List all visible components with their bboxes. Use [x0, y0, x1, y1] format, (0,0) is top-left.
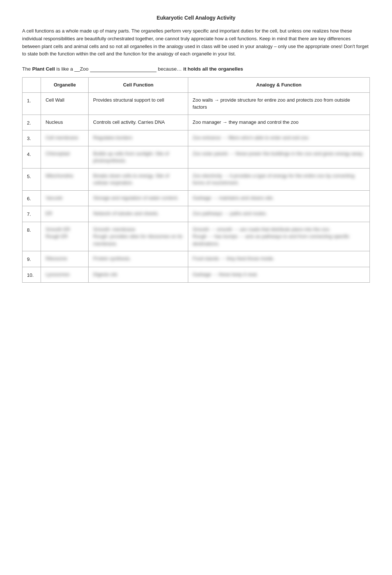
- row-organelle: Chloroplast: [41, 146, 89, 168]
- table-row: 5.MitochondriaBreaks down cells to energ…: [23, 168, 370, 190]
- row-function: Builds up cells from sunlight. Site of p…: [89, 146, 188, 168]
- row-number: 10.: [23, 267, 41, 283]
- row-number: 5.: [23, 168, 41, 190]
- row-analogy: Smooth → smooth → are roads that distrib…: [188, 222, 369, 251]
- col-header-analogy: Analogy & Function: [188, 78, 369, 93]
- row-function: Smooth: membraneRough: provides sites fo…: [89, 222, 188, 251]
- row-analogy: Zoo solar panels → these power the build…: [188, 146, 369, 168]
- row-analogy: Zoo manager → they manage and control th…: [188, 115, 369, 130]
- row-function: Breaks down cells to energy. Site of cel…: [89, 168, 188, 190]
- row-organelle: Ribosome: [41, 251, 89, 267]
- row-analogy: Garbage → maintains and cleans site.: [188, 190, 369, 206]
- intro-paragraph: A cell functions as a whole made up of m…: [22, 27, 370, 58]
- analogy-prefix: The: [22, 66, 31, 72]
- row-analogy: Zoo pathways → paths and routes.: [188, 206, 369, 222]
- row-number: 4.: [23, 146, 41, 168]
- table-row: 10.LysosomesDigests old.Garbage → these …: [23, 267, 370, 283]
- row-organelle: Lysosomes: [41, 267, 89, 283]
- row-function: Storage and regulation of water content.: [89, 190, 188, 206]
- row-function: Protein synthesis.: [89, 251, 188, 267]
- analogy-fill-underline: [90, 66, 157, 72]
- col-header-number: [23, 78, 41, 93]
- row-function: Network of tubules and sheets.: [89, 206, 188, 222]
- row-function: Provides structural support to cell: [89, 92, 188, 115]
- row-number: 1.: [23, 92, 41, 115]
- analogy-line: The Plant Cell is like a __Zoo because… …: [22, 66, 370, 72]
- row-number: 9.: [23, 251, 41, 267]
- table-row: 4.ChloroplastBuilds up cells from sunlig…: [23, 146, 370, 168]
- row-organelle: Vacuole: [41, 190, 89, 206]
- row-function: Controls cell activity. Carries DNA: [89, 115, 188, 130]
- col-header-organelle: Organelle: [41, 78, 89, 93]
- table-header-row: Organelle Cell Function Analogy & Functi…: [23, 78, 370, 93]
- analogy-middle: is like a __Zoo: [56, 66, 89, 72]
- analogy-cell-label: Plant Cell: [32, 66, 55, 72]
- table-row: 1.Cell WallProvides structural support t…: [23, 92, 370, 115]
- row-number: 2.: [23, 115, 41, 130]
- table-row: 8.Smooth ERRough ERSmooth: membraneRough…: [23, 222, 370, 251]
- table-row: 6.VacuoleStorage and regulation of water…: [23, 190, 370, 206]
- row-number: 7.: [23, 206, 41, 222]
- row-analogy: Zoo electricity → it provides a type of …: [188, 168, 369, 190]
- row-analogy: Garbage → these keep it neat.: [188, 267, 369, 283]
- table-row: 2.NucleusControls cell activity. Carries…: [23, 115, 370, 130]
- row-organelle: ER: [41, 206, 89, 222]
- row-organelle: Smooth ERRough ER: [41, 222, 89, 251]
- row-organelle: Cell membrane: [41, 130, 89, 146]
- row-analogy: Zoo entrance → filters who's able to ent…: [188, 130, 369, 146]
- organelle-table: Organelle Cell Function Analogy & Functi…: [22, 77, 370, 283]
- col-header-function: Cell Function: [89, 78, 188, 93]
- table-row: 9.RibosomeProtein synthesis.Food stands …: [23, 251, 370, 267]
- row-function: Regulates borders: [89, 130, 188, 146]
- row-number: 3.: [23, 130, 41, 146]
- row-function: Digests old.: [89, 267, 188, 283]
- analogy-bold-end: it holds all the organelles: [183, 66, 243, 72]
- row-organelle: Cell Wall: [41, 92, 89, 115]
- row-organelle: Mitochondria: [41, 168, 89, 190]
- row-number: 8.: [23, 222, 41, 251]
- analogy-suffix: because…: [158, 66, 182, 72]
- row-organelle: Nucleus: [41, 115, 89, 130]
- row-number: 6.: [23, 190, 41, 206]
- table-row: 7.ERNetwork of tubules and sheets.Zoo pa…: [23, 206, 370, 222]
- row-analogy: Food stands → they feed those inside.: [188, 251, 369, 267]
- page-title: Eukaryotic Cell Analogy Activity: [22, 15, 370, 21]
- table-row: 3.Cell membraneRegulates bordersZoo entr…: [23, 130, 370, 146]
- row-analogy: Zoo walls → provide structure for entire…: [188, 92, 369, 115]
